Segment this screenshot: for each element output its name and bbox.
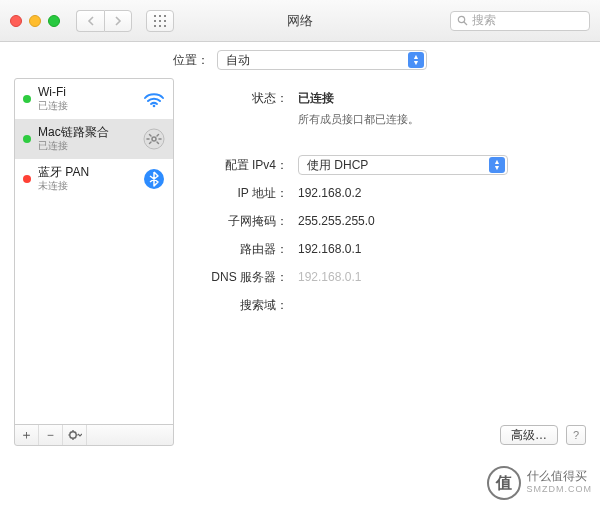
location-value: 自动 [226,52,250,69]
add-interface-button[interactable]: ＋ [15,425,39,445]
svg-line-10 [464,22,467,25]
svg-rect-5 [164,20,166,22]
sidebar-item-bluetooth[interactable]: 蓝牙 PAN 未连接 [15,159,173,199]
ipv4-row: 配置 IPv4： 使用 DHCP ▲▼ [202,155,574,175]
zoom-button[interactable] [48,15,60,27]
back-button[interactable] [76,10,104,32]
ip-value: 192.168.0.2 [298,183,361,203]
watermark-line2: SMZDM.COM [527,483,593,496]
status-row: 状态： 已连接 所有成员接口都已连接。 [202,88,574,127]
svg-line-22 [70,437,71,438]
show-all-button[interactable] [146,10,174,32]
sidebar-item-wifi[interactable]: Wi-Fi 已连接 [15,79,173,119]
updown-icon: ▲▼ [408,52,424,68]
svg-rect-2 [164,15,166,17]
watermark: 值 什么值得买 SMZDM.COM [487,466,593,500]
watermark-logo: 值 [487,466,521,500]
mask-value: 255.255.255.0 [298,211,375,231]
footer: ＋ － 高级… ? [14,424,586,446]
searchdomain-label: 搜索域： [202,295,298,315]
ipv4-label: 配置 IPv4： [202,155,298,175]
ipv4-select[interactable]: 使用 DHCP ▲▼ [298,155,508,175]
watermark-line1: 什么值得买 [527,470,593,483]
interfaces-sidebar: Wi-Fi 已连接 Mac链路聚合 已连接 蓝牙 PAN 未连接 [14,78,174,438]
svg-rect-8 [164,25,166,27]
chevron-right-icon [114,16,122,26]
sidebar-item-status: 已连接 [38,99,143,113]
watermark-text: 什么值得买 SMZDM.COM [527,470,593,496]
location-label: 位置： [173,52,209,69]
detail-pane: 状态： 已连接 所有成员接口都已连接。 配置 IPv4： 使用 DHCP ▲▼ … [174,78,586,438]
ip-label: IP 地址： [202,183,298,203]
help-button[interactable]: ? [566,425,586,445]
sidebar-item-text: Mac链路聚合 已连接 [38,125,143,153]
advanced-button[interactable]: 高级… [500,425,558,445]
svg-rect-4 [159,20,161,22]
svg-rect-6 [154,25,156,27]
grid-icon [154,15,166,27]
svg-line-23 [75,432,76,433]
bluetooth-icon [143,168,165,190]
svg-line-20 [70,432,71,433]
ipv4-value: 使用 DHCP [307,157,368,174]
svg-rect-0 [154,15,156,17]
dns-value: 192.168.0.1 [298,267,361,287]
traffic-lights [10,15,60,27]
location-select[interactable]: 自动 ▲▼ [217,50,427,70]
svg-point-11 [153,105,156,108]
ethernet-icon [143,128,165,150]
minimize-button[interactable] [29,15,41,27]
updown-icon: ▲▼ [489,157,505,173]
status-label: 状态： [202,88,298,108]
dns-row: DNS 服务器： 192.168.0.1 [202,267,574,287]
searchdomain-row: 搜索域： [202,295,574,315]
status-dot-icon [23,175,31,183]
advanced-label: 高级… [511,427,547,444]
status-dot-icon [23,95,31,103]
status-dot-icon [23,135,31,143]
gear-icon [68,429,82,441]
close-button[interactable] [10,15,22,27]
search-field[interactable]: 搜索 [450,11,590,31]
dns-label: DNS 服务器： [202,267,298,287]
search-icon [457,15,468,26]
sidebar-item-text: Wi-Fi 已连接 [38,85,143,113]
sidebar-item-bond[interactable]: Mac链路聚合 已连接 [15,119,173,159]
sidebar-item-name: Wi-Fi [38,85,143,99]
svg-rect-1 [159,15,161,17]
mask-label: 子网掩码： [202,211,298,231]
status-value-block: 已连接 所有成员接口都已连接。 [298,88,419,127]
wifi-icon [143,88,165,110]
svg-point-9 [458,16,464,22]
svg-rect-3 [154,20,156,22]
status-subtext: 所有成员接口都已连接。 [298,112,419,127]
forward-button[interactable] [104,10,132,32]
search-placeholder: 搜索 [472,12,496,29]
window-titlebar: 网络 搜索 [0,0,600,42]
location-row: 位置： 自动 ▲▼ [0,42,600,78]
router-label: 路由器： [202,239,298,259]
router-value: 192.168.0.1 [298,239,361,259]
status-value: 已连接 [298,91,334,105]
chevron-left-icon [87,16,95,26]
svg-line-21 [75,437,76,438]
remove-interface-button[interactable]: － [39,425,63,445]
sidebar-item-name: Mac链路聚合 [38,125,143,139]
content-area: Wi-Fi 已连接 Mac链路聚合 已连接 蓝牙 PAN 未连接 [0,78,600,438]
router-row: 路由器： 192.168.0.1 [202,239,574,259]
action-menu-button[interactable] [63,425,87,445]
sidebar-item-status: 未连接 [38,179,143,193]
ip-row: IP 地址： 192.168.0.2 [202,183,574,203]
svg-rect-7 [159,25,161,27]
nav-back-forward [76,10,132,32]
sidebar-item-text: 蓝牙 PAN 未连接 [38,165,143,193]
sidebar-tools: ＋ － [14,424,174,446]
sidebar-item-status: 已连接 [38,139,143,153]
mask-row: 子网掩码： 255.255.255.0 [202,211,574,231]
sidebar-item-name: 蓝牙 PAN [38,165,143,179]
